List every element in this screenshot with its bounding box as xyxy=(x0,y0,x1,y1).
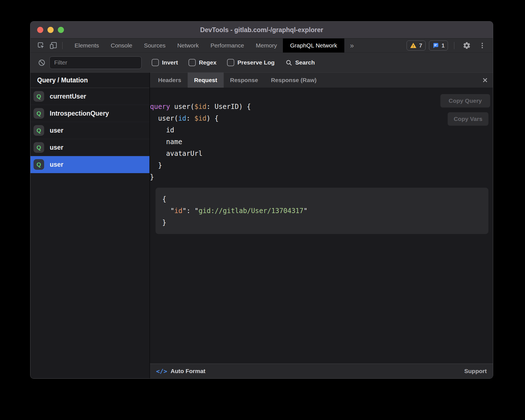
chevron-double-right-icon: » xyxy=(350,42,354,50)
zoom-window-button[interactable] xyxy=(58,27,64,33)
toolbar-tab-sources[interactable]: Sources xyxy=(138,39,171,52)
detail-tab-response[interactable]: Response xyxy=(224,73,264,88)
search-button[interactable]: Search xyxy=(285,59,315,66)
checkbox-box[interactable] xyxy=(152,59,159,66)
toolbar-separator xyxy=(454,42,454,49)
query-type-badge: Q xyxy=(34,142,44,153)
panel-footer: </> Auto Format Support xyxy=(150,364,493,378)
sidebar-header: Query / Mutation xyxy=(30,73,149,88)
checkbox-box[interactable] xyxy=(227,59,234,66)
toolbar-tab-memory[interactable]: Memory xyxy=(250,39,283,52)
issues-badge[interactable]: 1 xyxy=(429,40,448,51)
copy-query-button[interactable]: Copy Query xyxy=(440,94,490,108)
checkbox-label: Preserve Log xyxy=(237,59,275,66)
issue-count: 1 xyxy=(442,42,445,49)
support-link[interactable]: Support xyxy=(464,368,487,374)
detail-tab-response-raw[interactable]: Response (Raw) xyxy=(264,73,323,88)
sidebar-item-label: IntrospectionQuery xyxy=(50,110,109,117)
toolbar-tab-network[interactable]: Network xyxy=(171,39,205,52)
copy-vars-button[interactable]: Copy Vars xyxy=(448,112,488,126)
toolbar-tab-console[interactable]: Console xyxy=(105,39,138,52)
code-brackets-icon: </> xyxy=(156,368,167,375)
auto-format-button[interactable]: </> Auto Format xyxy=(156,368,206,375)
code-line: avatarUrl xyxy=(150,148,493,159)
traffic-lights xyxy=(37,27,64,33)
request-tab-content: query user($id: UserID) { user(id: $id) … xyxy=(150,88,493,364)
code-line: id xyxy=(150,124,493,136)
checkbox-regex[interactable]: Regex xyxy=(188,59,216,66)
toolbar-tab-elements[interactable]: Elements xyxy=(69,39,105,52)
window-title: DevTools - gitlab.com/-/graphql-explorer xyxy=(30,26,493,34)
inspect-cursor-icon xyxy=(37,41,46,50)
code-line: "id": "gid://gitlab/User/13704317" xyxy=(162,205,482,217)
toolbar-tab-performance[interactable]: Performance xyxy=(205,39,250,52)
sidebar-item-label: currentUser xyxy=(50,93,86,100)
minimize-window-button[interactable] xyxy=(47,27,54,33)
request-detail-panel: HeadersRequestResponseResponse (Raw) que… xyxy=(150,73,493,378)
message-icon xyxy=(432,42,439,49)
close-detail-button[interactable] xyxy=(477,73,493,88)
warning-icon xyxy=(410,42,417,49)
search-label: Search xyxy=(295,59,315,66)
code-line: } xyxy=(150,159,493,171)
checkbox-label: Regex xyxy=(199,59,216,66)
sidebar-item-2-user[interactable]: Quser xyxy=(30,122,149,139)
code-line: user(id: $id) { xyxy=(150,113,493,124)
detail-tab-headers[interactable]: Headers xyxy=(152,73,188,88)
checkbox-invert[interactable]: Invert xyxy=(152,59,178,66)
toolbar-separator xyxy=(62,42,63,49)
sidebar-item-label: user xyxy=(50,127,63,134)
title-bar: DevTools - gitlab.com/-/graphql-explorer xyxy=(30,22,493,39)
filter-options: InvertRegexPreserve Log xyxy=(152,59,275,66)
gear-icon xyxy=(462,41,471,50)
detail-tab-strip: HeadersRequestResponseResponse (Raw) xyxy=(150,73,493,88)
auto-format-label: Auto Format xyxy=(171,368,206,374)
sidebar-item-4-user[interactable]: Quser xyxy=(30,156,149,173)
code-line: name xyxy=(150,136,493,148)
devtools-panel-tabs: ElementsConsoleSourcesNetworkPerformance… xyxy=(69,39,344,52)
code-line: } xyxy=(162,217,482,228)
clear-log-button[interactable] xyxy=(36,59,47,67)
checkbox-preserve-log[interactable]: Preserve Log xyxy=(227,59,275,66)
toggle-device-toolbar-button[interactable] xyxy=(47,39,59,52)
request-list: QcurrentUserQIntrospectionQueryQuserQuse… xyxy=(30,88,149,173)
network-filter-bar: InvertRegexPreserve Log Search xyxy=(30,52,493,72)
device-toolbar-icon xyxy=(49,41,58,50)
request-query-code: query user($id: UserID) { user(id: $id) … xyxy=(150,101,493,183)
customize-menu-button[interactable] xyxy=(476,42,488,49)
query-type-badge: Q xyxy=(34,108,44,119)
request-list-sidebar: Query / Mutation QcurrentUserQIntrospect… xyxy=(30,73,150,378)
query-type-badge: Q xyxy=(34,91,44,102)
block-icon xyxy=(38,59,46,67)
toolbar-tab-graphql-network[interactable]: GraphQL Network xyxy=(283,39,344,52)
devtools-window: DevTools - gitlab.com/-/graphql-explorer… xyxy=(30,21,493,379)
checkbox-box[interactable] xyxy=(188,59,196,66)
sidebar-item-label: user xyxy=(50,161,63,168)
kebab-menu-icon xyxy=(479,42,486,49)
filter-input[interactable] xyxy=(49,56,142,69)
request-variables-box: { "id": "gid://gitlab/User/13704317"} xyxy=(156,188,488,234)
query-type-badge: Q xyxy=(34,125,44,136)
inspect-element-button[interactable] xyxy=(35,39,47,52)
devtools-toolbar: ElementsConsoleSourcesNetworkPerformance… xyxy=(30,39,493,52)
settings-button[interactable] xyxy=(460,41,473,50)
sidebar-item-label: user xyxy=(50,144,63,151)
warnings-badge[interactable]: 7 xyxy=(407,40,426,51)
sidebar-item-0-currentuser[interactable]: QcurrentUser xyxy=(30,88,149,105)
close-icon xyxy=(481,77,489,84)
detail-tab-request[interactable]: Request xyxy=(188,73,224,88)
request-variables-code: { "id": "gid://gitlab/User/13704317"} xyxy=(162,193,482,228)
warning-count: 7 xyxy=(419,42,422,49)
code-line: } xyxy=(150,171,493,183)
code-line: { xyxy=(162,193,482,205)
more-tabs-button[interactable]: » xyxy=(344,39,359,52)
close-window-button[interactable] xyxy=(37,27,43,33)
search-icon xyxy=(285,59,293,66)
query-type-badge: Q xyxy=(34,159,44,170)
sidebar-item-1-introspectionquery[interactable]: QIntrospectionQuery xyxy=(30,105,149,122)
sidebar-item-3-user[interactable]: Quser xyxy=(30,139,149,156)
detail-tabs: HeadersRequestResponseResponse (Raw) xyxy=(152,73,323,88)
checkbox-label: Invert xyxy=(162,59,178,66)
